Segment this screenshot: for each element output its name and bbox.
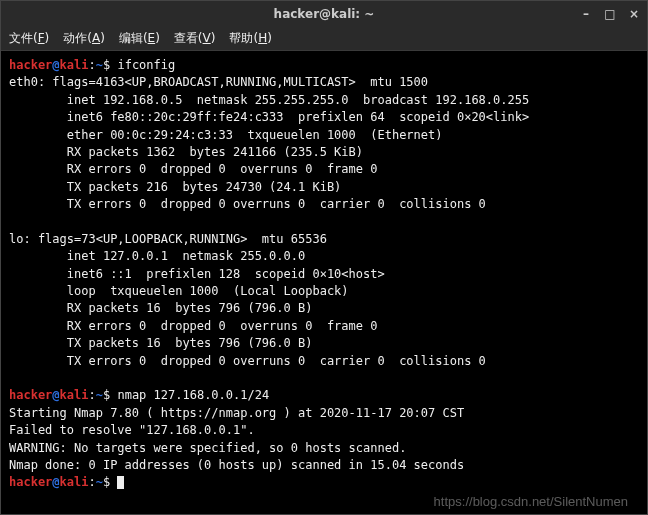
command-1: ifconfig (117, 58, 175, 72)
prompt-path: ~ (96, 475, 103, 489)
prompt-host: kali (60, 388, 89, 402)
titlebar: hacker@kali: ~ – □ × (1, 1, 647, 27)
prompt-user: hacker (9, 388, 52, 402)
out-eth0-rxe: RX errors 0 dropped 0 overruns 0 frame 0 (9, 162, 377, 176)
prompt-path: ~ (96, 58, 103, 72)
out-nmap3: WARNING: No targets were specified, so 0… (9, 441, 406, 455)
command-2: nmap 127.168.0.0.1/24 (117, 388, 269, 402)
out-lo-rxe: RX errors 0 dropped 0 overruns 0 frame 0 (9, 319, 377, 333)
prompt-host: kali (60, 475, 89, 489)
out-eth0-inet6: inet6 fe80::20c:29ff:fe24:c333 prefixlen… (9, 110, 529, 124)
prompt-sep: : (89, 58, 96, 72)
prompt-at: @ (52, 388, 59, 402)
menu-view[interactable]: 查看(V) (174, 30, 216, 47)
maximize-button[interactable]: □ (603, 7, 617, 21)
out-lo-loop: loop txqueuelen 1000 (Local Loopback) (9, 284, 349, 298)
out-lo-rxp: RX packets 16 bytes 796 (796.0 B) (9, 301, 312, 315)
prompt-at: @ (52, 58, 59, 72)
prompt-at: @ (52, 475, 59, 489)
cursor (117, 476, 124, 489)
out-lo-txp: TX packets 16 bytes 796 (796.0 B) (9, 336, 312, 350)
prompt-path: ~ (96, 388, 103, 402)
terminal-window: hacker@kali: ~ – □ × 文件(F) 动作(A) 编辑(E) 查… (0, 0, 648, 515)
menu-help[interactable]: 帮助(H) (229, 30, 271, 47)
menu-action[interactable]: 动作(A) (63, 30, 105, 47)
window-controls: – □ × (579, 7, 641, 21)
minimize-button[interactable]: – (579, 7, 593, 21)
out-eth0-rxp: RX packets 1362 bytes 241166 (235.5 KiB) (9, 145, 363, 159)
out-nmap2: Failed to resolve "127.168.0.0.1". (9, 423, 255, 437)
menu-file[interactable]: 文件(F) (9, 30, 49, 47)
out-eth0-header: eth0: flags=4163<UP,BROADCAST,RUNNING,MU… (9, 75, 428, 89)
out-nmap1: Starting Nmap 7.80 ( https://nmap.org ) … (9, 406, 464, 420)
out-lo-inet: inet 127.0.0.1 netmask 255.0.0.0 (9, 249, 305, 263)
out-eth0-txp: TX packets 216 bytes 24730 (24.1 KiB) (9, 180, 341, 194)
prompt-host: kali (60, 58, 89, 72)
out-eth0-txe: TX errors 0 dropped 0 overruns 0 carrier… (9, 197, 486, 211)
prompt-user: hacker (9, 475, 52, 489)
menu-edit[interactable]: 编辑(E) (119, 30, 160, 47)
close-button[interactable]: × (627, 7, 641, 21)
prompt-user: hacker (9, 58, 52, 72)
window-title: hacker@kali: ~ (1, 7, 647, 21)
terminal-output[interactable]: hacker@kali:~$ ifconfig eth0: flags=4163… (1, 51, 647, 514)
menubar: 文件(F) 动作(A) 编辑(E) 查看(V) 帮助(H) (1, 27, 647, 51)
out-lo-txe: TX errors 0 dropped 0 overruns 0 carrier… (9, 354, 486, 368)
out-lo-header: lo: flags=73<UP,LOOPBACK,RUNNING> mtu 65… (9, 232, 327, 246)
out-eth0-inet: inet 192.168.0.5 netmask 255.255.255.0 b… (9, 93, 529, 107)
out-lo-inet6: inet6 ::1 prefixlen 128 scopeid 0×10<hos… (9, 267, 385, 281)
out-nmap4: Nmap done: 0 IP addresses (0 hosts up) s… (9, 458, 464, 472)
out-eth0-ether: ether 00:0c:29:24:c3:33 txqueuelen 1000 … (9, 128, 442, 142)
